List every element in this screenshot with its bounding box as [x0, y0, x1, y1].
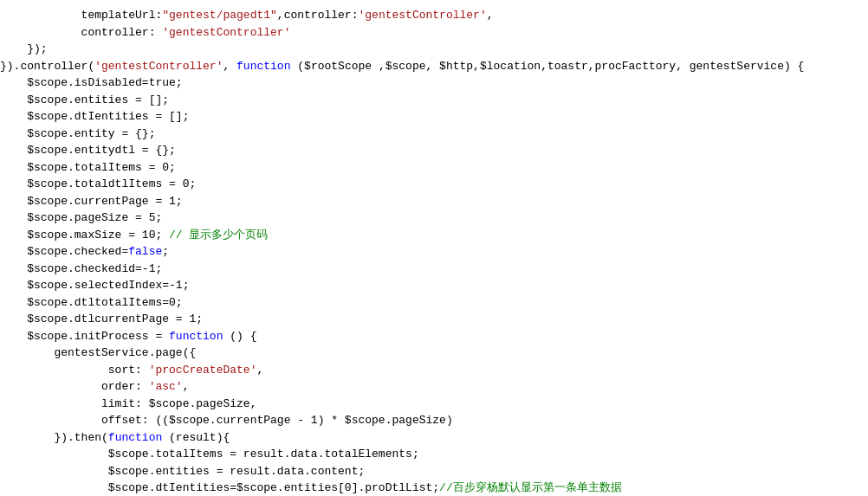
code-line: }).controller('gentestController', funct…	[0, 58, 868, 75]
code-line: $scope.entity = {};	[0, 126, 868, 143]
code-token-plain: templateUrl:	[0, 7, 162, 24]
code-token-plain: ,	[223, 58, 236, 75]
code-line: limit: $scope.pageSize,	[0, 396, 868, 413]
code-token-plain: $scope.totaldtlItems = 0;	[0, 176, 196, 193]
code-token-str: 'procCreateDate'	[149, 362, 257, 379]
code-token-plain: });	[0, 41, 48, 58]
code-token-kw: function	[236, 58, 290, 75]
code-line: $scope.totaldtlItems = 0;	[0, 176, 868, 193]
code-token-plain: ($rootScope ,$scope, $http,$location,toa…	[290, 58, 804, 75]
code-line: offset: (($scope.currentPage - 1) * $sco…	[0, 412, 868, 429]
code-line: $scope.entities = result.data.content;	[0, 463, 868, 480]
code-line: templateUrl:"gentest/pagedt1",controller…	[0, 7, 868, 24]
code-line: $scope.dtIentities=$scope.entities[0].pr…	[0, 480, 868, 496]
code-token-plain: sort:	[0, 362, 149, 379]
code-token-plain: offset: (($scope.currentPage - 1) * $sco…	[0, 412, 453, 429]
code-token-str: 'gentestController'	[162, 24, 290, 42]
code-line: }).then(function (result){	[0, 429, 868, 447]
code-token-comment: // 显示多少个页码	[169, 227, 268, 244]
code-line: $scope.entitydtl = {};	[0, 142, 868, 159]
code-token-plain: $scope.dtIentities = [];	[0, 108, 189, 126]
code-line: gentestService.page({	[0, 345, 868, 362]
code-line: $scope.dtIentities = [];	[0, 108, 868, 126]
code-token-plain: $scope.entities = result.data.content;	[0, 463, 365, 480]
code-token-plain: ,	[256, 362, 263, 379]
code-token-plain: $scope.pageSize = 5;	[0, 209, 162, 227]
code-token-str: 'gentestController'	[94, 58, 223, 75]
code-token-plain: $scope.dtlcurrentPage = 1;	[0, 311, 203, 328]
code-line: $scope.entities = [];	[0, 92, 868, 109]
code-token-plain: $scope.dtltotalItems=0;	[0, 294, 183, 312]
code-token-plain: ,	[183, 378, 190, 396]
code-token-plain: $scope.checked=	[0, 243, 128, 261]
code-token-plain: $scope.totalItems = result.data.totalEle…	[0, 446, 419, 463]
code-line: order: 'asc',	[0, 378, 868, 396]
code-token-str: 'asc'	[149, 378, 183, 396]
code-line: $scope.pageSize = 5;	[0, 209, 868, 227]
code-token-plain: $scope.initProcess =	[0, 328, 169, 345]
code-token-kw: function	[108, 429, 162, 447]
code-token-plain: $scope.entitydtl = {};	[0, 142, 176, 159]
code-token-plain: $scope.maxSize = 10;	[0, 227, 169, 244]
code-token-plain: }).controller(	[0, 58, 94, 75]
code-token-str: "gentest/pagedt1"	[162, 7, 277, 24]
code-line: $scope.dtltotalItems=0;	[0, 294, 868, 312]
code-token-comment: //百步穿杨默认显示第一条单主数据	[439, 480, 622, 496]
code-token-plain: controller:	[0, 24, 162, 42]
code-editor: templateUrl:"gentest/pagedt1",controller…	[0, 0, 868, 496]
code-token-kw: function	[169, 328, 223, 345]
code-line: controller: 'gentestController'	[0, 24, 868, 42]
code-token-plain: $scope.dtIentities=$scope.entities[0].pr…	[0, 480, 439, 496]
code-line: $scope.checkedid=-1;	[0, 261, 868, 278]
code-line: });	[0, 41, 868, 58]
code-line: $scope.dtlcurrentPage = 1;	[0, 311, 868, 328]
code-token-plain: () {	[223, 328, 256, 345]
code-token-plain: $scope.currentPage = 1;	[0, 193, 183, 210]
code-token-kw: false	[128, 243, 162, 261]
code-token-plain: $scope.checkedid=-1;	[0, 261, 162, 278]
code-token-plain: $scope.entity = {};	[0, 126, 155, 143]
code-token-plain: $scope.entities = [];	[0, 92, 169, 109]
code-token-plain: ;	[162, 243, 169, 261]
code-line: $scope.checked=false;	[0, 243, 868, 261]
code-token-plain: $scope.selectedIndex=-1;	[0, 277, 189, 294]
code-token-plain: limit: $scope.pageSize,	[0, 396, 256, 413]
code-token-plain: ,	[487, 7, 494, 24]
code-line: $scope.isDisabled=true;	[0, 74, 868, 92]
code-line: $scope.initProcess = function () {	[0, 328, 868, 345]
code-token-plain: ,controller:	[277, 7, 359, 24]
code-token-plain: order:	[0, 378, 149, 396]
code-token-plain: $scope.totalItems = 0;	[0, 159, 176, 177]
code-line: $scope.currentPage = 1;	[0, 193, 868, 210]
code-line: $scope.totalItems = 0;	[0, 159, 868, 177]
code-token-plain: $scope.isDisabled=true;	[0, 74, 183, 92]
code-token-plain: gentestService.page({	[0, 345, 196, 362]
code-token-plain: }).then(	[0, 429, 108, 447]
code-token-plain: (result){	[162, 429, 230, 447]
code-line: sort: 'procCreateDate',	[0, 362, 868, 379]
code-token-str: 'gentestController'	[358, 7, 486, 24]
code-line: $scope.maxSize = 10; // 显示多少个页码	[0, 227, 868, 244]
code-line: $scope.totalItems = result.data.totalEle…	[0, 446, 868, 463]
code-content: templateUrl:"gentest/pagedt1",controller…	[0, 7, 868, 496]
code-line: $scope.selectedIndex=-1;	[0, 277, 868, 294]
